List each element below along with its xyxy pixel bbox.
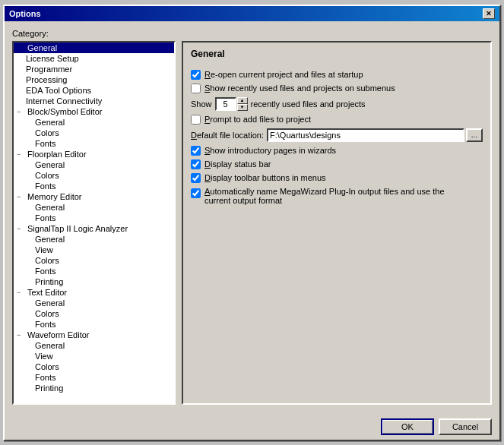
tree-label-we-general: General (35, 341, 65, 350)
tree-label-me-general: General (35, 203, 65, 212)
close-button[interactable]: ✕ (483, 8, 495, 19)
tree-label-signaltap: SignalTap II Logic Analyzer (27, 224, 128, 233)
show-suffix-label: recently used files and projects (251, 99, 366, 109)
display-toolbar-row: Display toolbar buttons in menus (191, 173, 483, 183)
tree-expander-signaltap[interactable]: − (17, 225, 27, 232)
ok-button[interactable]: OK (381, 418, 434, 435)
tree-label-we-printing: Printing (35, 383, 63, 393)
tree-item-eda-tool-options[interactable]: EDA Tool Options (14, 85, 174, 96)
spinner-down[interactable]: ▼ (237, 104, 248, 111)
tree-label-fpe-colors: Colors (35, 171, 59, 180)
tree-label-eda-tool-options: EDA Tool Options (26, 86, 91, 95)
tree-item-internet-connectivity[interactable]: Internet Connectivity (14, 96, 174, 106)
browse-button[interactable]: ... (466, 128, 483, 142)
tree-item-we-fonts[interactable]: Fonts (14, 372, 174, 383)
megawizard-checkbox[interactable] (191, 188, 201, 198)
tree-item-bse-fonts[interactable]: Fonts (14, 138, 174, 149)
display-toolbar-checkbox[interactable] (191, 173, 201, 183)
tree-item-fpe-colors[interactable]: Colors (14, 170, 174, 181)
show-intro-row: Show introductory pages in wizards (191, 146, 483, 156)
file-location-label: Default file location: (191, 131, 264, 140)
tree-label-we-colors: Colors (35, 362, 59, 371)
tree-expander-waveform-editor[interactable]: − (17, 331, 27, 339)
tree-item-license-setup[interactable]: License Setup (14, 53, 174, 64)
display-status-row: Display status bar (191, 159, 483, 169)
tree-item-st-printing[interactable]: Printing (14, 276, 174, 287)
tree-item-signaltap[interactable]: −SignalTap II Logic Analyzer (14, 223, 174, 234)
prompt-add-checkbox[interactable] (191, 115, 201, 125)
tree-expander-floorplan-editor[interactable]: − (17, 150, 27, 158)
tree-label-waveform-editor: Waveform Editor (27, 330, 90, 339)
tree-item-we-general[interactable]: General (14, 340, 174, 351)
tree-label-me-fonts: Fonts (35, 213, 56, 222)
tree-item-fpe-general[interactable]: General (14, 159, 174, 170)
spinner-buttons: ▲ ▼ (237, 97, 248, 111)
show-spinner[interactable]: ▲ ▼ (215, 97, 248, 111)
show-recent-checkbox[interactable] (191, 84, 201, 93)
tree-item-st-fonts[interactable]: Fonts (14, 266, 174, 276)
tree-label-st-colors: Colors (35, 256, 59, 265)
tree-expander-text-editor[interactable]: − (17, 289, 27, 296)
tree-label-bse-fonts: Fonts (35, 139, 56, 148)
tree-label-we-fonts: Fonts (35, 373, 56, 382)
category-label: Category: (12, 29, 492, 38)
tree-item-block-symbol-editor[interactable]: −Block/Symbol Editor (14, 106, 174, 117)
title-bar: Options ✕ (5, 6, 499, 21)
display-status-checkbox[interactable] (191, 159, 201, 169)
tree-label-memory-editor: Memory Editor (27, 192, 82, 201)
tree-label-general: General (27, 43, 57, 52)
tree-item-te-fonts[interactable]: Fonts (14, 319, 174, 330)
tree-label-fpe-fonts: Fonts (35, 181, 56, 191)
tree-item-processing[interactable]: Processing (14, 74, 174, 85)
tree-item-programmer[interactable]: Programmer (14, 64, 174, 74)
tree-item-floorplan-editor[interactable]: −Floorplan Editor (14, 149, 174, 159)
dialog-title: Options (9, 9, 41, 18)
tree-item-text-editor[interactable]: −Text Editor (14, 287, 174, 298)
tree-item-st-general[interactable]: General (14, 234, 174, 245)
cancel-button[interactable]: Cancel (439, 418, 492, 435)
tree-item-me-general[interactable]: General (14, 202, 174, 213)
tree-item-we-view[interactable]: View (14, 351, 174, 361)
tree-label-te-general: General (35, 298, 65, 308)
tree-item-me-fonts[interactable]: Fonts (14, 213, 174, 223)
show-count-row: Show ▲ ▼ recently used files and project… (191, 97, 483, 111)
tree-label-bse-general: General (35, 118, 65, 127)
tree-item-te-colors[interactable]: Colors (14, 308, 174, 319)
tree-item-general[interactable]: General (14, 43, 174, 53)
tree-item-fpe-fonts[interactable]: Fonts (14, 181, 174, 191)
tree-expander-memory-editor[interactable]: − (17, 193, 27, 200)
tree-label-bse-colors: Colors (35, 128, 59, 137)
tree-item-memory-editor[interactable]: −Memory Editor (14, 191, 174, 202)
prompt-add-label[interactable]: Prompt to add files to project (204, 115, 311, 124)
reopen-label[interactable]: Re-open current project and files at sta… (204, 70, 363, 79)
tree-expander-block-symbol-editor[interactable]: − (17, 108, 27, 115)
settings-title: General (191, 49, 483, 62)
tree-label-text-editor: Text Editor (27, 288, 67, 297)
tree-item-st-view[interactable]: View (14, 245, 174, 255)
show-count-input[interactable] (215, 97, 236, 111)
file-location-input[interactable] (267, 128, 464, 142)
tree-label-floorplan-editor: Floorplan Editor (27, 150, 87, 159)
tree-item-we-printing[interactable]: Printing (14, 383, 174, 393)
megawizard-label[interactable]: Automatically name MegaWizard Plug-In ou… (204, 187, 463, 205)
tree-item-bse-general[interactable]: General (14, 117, 174, 128)
category-tree[interactable]: General License Setup Programmer Process… (12, 41, 176, 405)
prompt-add-row: Prompt to add files to project (191, 115, 483, 125)
tree-label-we-view: View (35, 352, 53, 361)
tree-item-waveform-editor[interactable]: −Waveform Editor (14, 330, 174, 340)
tree-label-st-printing: Printing (35, 277, 63, 286)
tree-item-we-colors[interactable]: Colors (14, 361, 174, 372)
reopen-checkbox[interactable] (191, 70, 201, 80)
show-intro-label[interactable]: Show introductory pages in wizards (204, 146, 336, 155)
reopen-row: Re-open current project and files at sta… (191, 70, 483, 80)
tree-label-st-view: View (35, 245, 53, 254)
spinner-up[interactable]: ▲ (237, 97, 248, 104)
show-intro-checkbox[interactable] (191, 146, 201, 156)
tree-item-bse-colors[interactable]: Colors (14, 128, 174, 138)
display-status-label[interactable]: Display status bar (204, 159, 271, 169)
show-recent-label[interactable]: Show recently used files and projects on… (204, 84, 395, 93)
display-toolbar-label[interactable]: Display toolbar buttons in menus (204, 173, 326, 182)
tree-label-block-symbol-editor: Block/Symbol Editor (27, 107, 102, 116)
tree-item-te-general[interactable]: General (14, 298, 174, 308)
tree-item-st-colors[interactable]: Colors (14, 255, 174, 266)
